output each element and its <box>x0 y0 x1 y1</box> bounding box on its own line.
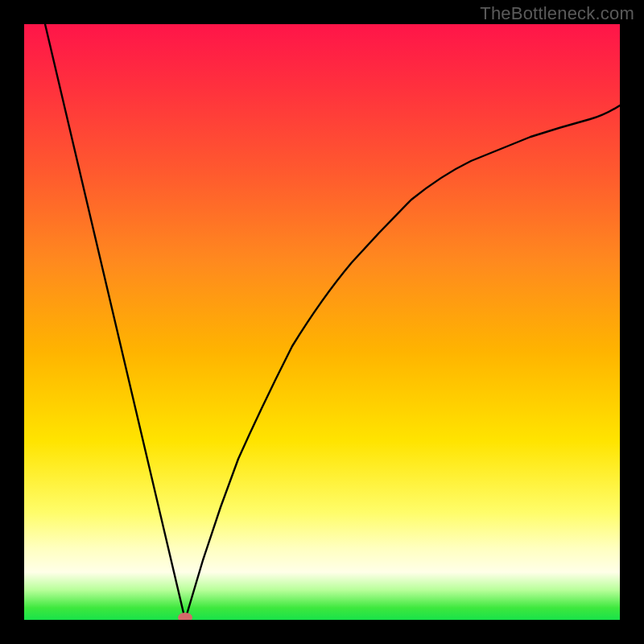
watermark-label: TheBottleneck.com <box>480 3 634 24</box>
curve-svg <box>24 24 620 620</box>
minimum-marker <box>178 613 192 620</box>
curve-left-branch <box>45 24 185 620</box>
chart-frame: TheBottleneck.com <box>0 0 644 644</box>
curve-right-branch <box>185 105 620 620</box>
plot-area <box>24 24 620 620</box>
